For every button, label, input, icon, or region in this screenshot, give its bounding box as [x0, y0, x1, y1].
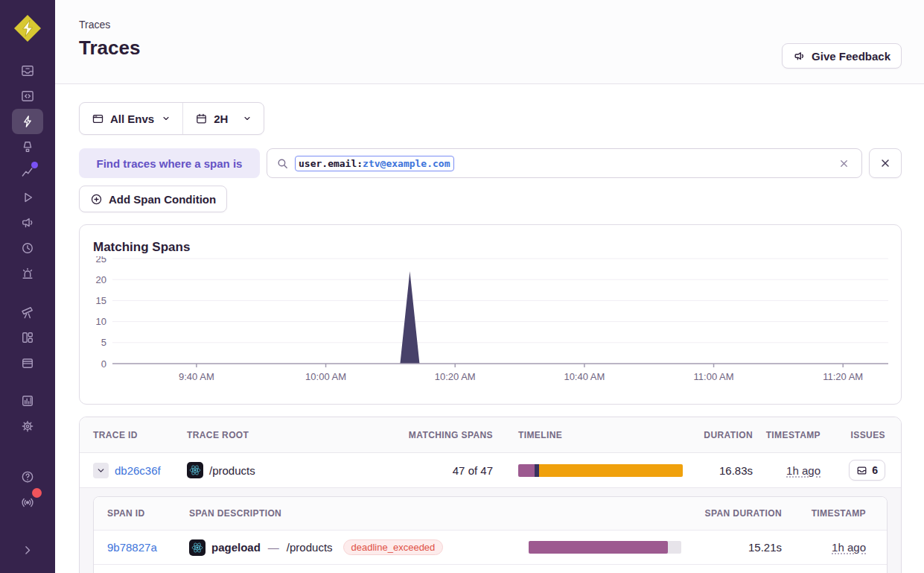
span-op: pageload [211, 541, 261, 554]
col-span-duration: SPAN DURATION [704, 508, 797, 519]
sidebar-item-broadcast[interactable] [12, 490, 43, 515]
matching-spans-panel: Matching Spans 05101520259:40 AM10:00 AM… [79, 224, 902, 405]
span-table: SPAN ID SPAN DESCRIPTION SPAN DURATION T… [93, 496, 888, 573]
dash-separator: — [268, 541, 279, 554]
collapse-trace-button[interactable] [93, 463, 109, 478]
sidebar-item-help[interactable] [12, 464, 43, 490]
col-span-description: SPAN DESCRIPTION [189, 508, 514, 519]
trace-timeline-bar[interactable] [518, 464, 683, 477]
svg-text:10:00 AM: 10:00 AM [305, 371, 346, 382]
sidebar [0, 0, 55, 573]
matching-spans-chart: 05101520259:40 AM10:00 AM10:20 AM10:40 A… [80, 256, 901, 395]
col-duration: DURATION [700, 430, 765, 440]
sidebar-item-projects[interactable] [12, 83, 43, 109]
col-trace-root: TRACE ROOT [187, 430, 366, 440]
trace-issues-count: 6 [872, 464, 878, 476]
page-header: Traces Traces Give Feedback [55, 0, 924, 84]
matching-spans-value: 47 of 47 [366, 464, 505, 477]
clear-search-icon[interactable] [835, 155, 853, 172]
span-search-input[interactable]: user.email:ztv@example.com [267, 148, 862, 178]
notification-dot-purple [31, 162, 38, 168]
inbox-icon [856, 465, 867, 476]
breadcrumb[interactable]: Traces [79, 0, 902, 31]
sidebar-item-replays[interactable] [12, 185, 43, 210]
sidebar-item-stats[interactable] [12, 388, 43, 414]
span-row[interactable]: 9b78827a pageload — /products deadline_e… [94, 531, 887, 564]
traces-table: TRACE ID TRACE ROOT MATCHING SPANS TIMEL… [79, 417, 902, 573]
react-icon [187, 462, 203, 478]
span-duration: 15.21s [704, 541, 797, 554]
span-table-header: SPAN ID SPAN DESCRIPTION SPAN DURATION T… [94, 497, 887, 531]
sidebar-item-funnel[interactable] [12, 134, 43, 159]
timeline-segment [539, 464, 683, 477]
notification-dot-red [32, 488, 42, 498]
megaphone-icon [793, 50, 806, 63]
environment-filter[interactable]: All Envs [80, 103, 182, 134]
svg-text:25: 25 [96, 256, 106, 265]
col-span-timestamp: TIMESTAMP [797, 508, 888, 519]
svg-text:11:20 AM: 11:20 AM [823, 371, 863, 382]
sidebar-item-insights[interactable] [12, 159, 43, 185]
svg-text:15: 15 [96, 295, 106, 306]
chart-title: Matching Spans [93, 240, 901, 255]
give-feedback-label: Give Feedback [812, 50, 890, 63]
span-duration-fill [529, 541, 668, 554]
content: All Envs 2H Find traces where a span is … [55, 84, 924, 573]
sidebar-item-settings[interactable] [12, 414, 43, 439]
filter-bar: All Envs 2H [79, 102, 264, 135]
chevron-down-icon [162, 114, 171, 123]
span-row[interactable]: b7a7e441 ex http.server — GET /organizat… [94, 564, 887, 573]
token-key: user.email: [299, 158, 363, 169]
expanded-trace-section: SPAN ID SPAN DESCRIPTION SPAN DURATION T… [80, 487, 901, 573]
trace-timestamp[interactable]: 1h ago [786, 464, 821, 477]
col-matching-spans: MATCHING SPANS [366, 430, 505, 440]
sidebar-item-dashboards[interactable] [12, 325, 43, 350]
sidebar-item-archive[interactable] [12, 350, 43, 376]
svg-text:10:40 AM: 10:40 AM [564, 371, 605, 382]
app-root: Traces Traces Give Feedback All Envs 2H [0, 0, 924, 573]
date-range-filter[interactable]: 2H [183, 103, 264, 134]
col-span-id: SPAN ID [94, 508, 189, 519]
span-description: /products [287, 541, 333, 554]
sidebar-item-explore-active[interactable] [12, 109, 43, 134]
trace-id-link[interactable]: db26c36f [115, 464, 161, 477]
span-duration-track [529, 541, 681, 554]
environment-filter-label: All Envs [110, 113, 154, 125]
react-icon [189, 539, 205, 556]
span-condition-row: Find traces where a span is user.email:z… [79, 148, 902, 178]
trace-duration: 16.83s [700, 464, 765, 477]
add-span-condition-label: Add Span Condition [109, 193, 216, 206]
col-issues: ISSUES [832, 430, 902, 440]
traces-table-header: TRACE ID TRACE ROOT MATCHING SPANS TIMEL… [80, 417, 901, 452]
sentry-logo[interactable] [13, 13, 42, 43]
close-icon [879, 157, 891, 169]
span-id-link[interactable]: 9b78827a [107, 541, 157, 554]
sidebar-expand-button[interactable] [12, 537, 43, 563]
add-span-condition-button[interactable]: Add Span Condition [79, 186, 227, 212]
col-trace-id: TRACE ID [80, 430, 187, 440]
give-feedback-button[interactable]: Give Feedback [782, 43, 902, 69]
span-status-badge: deadline_exceeded [343, 539, 444, 555]
trace-issues-button[interactable]: 6 [849, 460, 885, 481]
search-filter-token[interactable]: user.email:ztv@example.com [295, 156, 454, 171]
search-icon [276, 157, 289, 170]
main-area: Traces Traces Give Feedback All Envs 2H [55, 0, 924, 573]
col-timestamp: TIMESTAMP [765, 430, 832, 440]
timeline-segment [518, 464, 535, 477]
svg-text:9:40 AM: 9:40 AM [179, 371, 214, 382]
trace-row[interactable]: db26c36f /products 47 of 47 [80, 452, 901, 487]
chevron-down-icon [96, 466, 106, 475]
svg-text:5: 5 [101, 337, 106, 348]
svg-text:10:20 AM: 10:20 AM [435, 371, 476, 382]
token-value: ztv@example.com [363, 158, 450, 169]
sidebar-item-issues[interactable] [12, 58, 43, 83]
sidebar-item-discover[interactable] [12, 300, 43, 325]
svg-text:0: 0 [101, 358, 106, 370]
span-timestamp[interactable]: 1h ago [832, 541, 866, 554]
sidebar-item-alerts[interactable] [12, 261, 43, 286]
sidebar-item-feedback[interactable] [12, 210, 43, 235]
remove-condition-button[interactable] [869, 148, 902, 178]
svg-text:20: 20 [96, 274, 106, 285]
sidebar-item-history[interactable] [12, 235, 43, 261]
svg-text:11:00 AM: 11:00 AM [694, 371, 734, 382]
